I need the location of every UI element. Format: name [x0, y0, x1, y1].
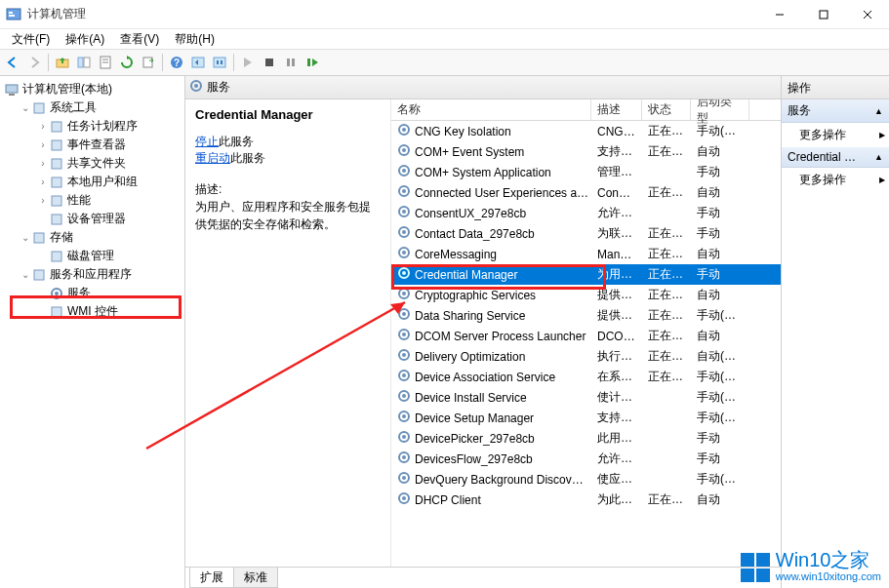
svg-rect-30	[52, 177, 61, 187]
tree-root[interactable]: 计算机管理(本地)	[2, 80, 182, 98]
action-section-header[interactable]: Credential …▲	[782, 147, 889, 168]
help-button[interactable]: ?	[166, 52, 187, 73]
action-button-b[interactable]	[209, 52, 230, 73]
tree-item-icon	[49, 304, 64, 320]
svg-rect-22	[292, 59, 295, 66]
service-row[interactable]: DevicesFlow_297e8cb允许…手动	[391, 449, 781, 469]
tree-panel[interactable]: 计算机管理(本地) ⌄系统工具›任务计划程序›事件查看器›共享文件夹›本地用户和…	[0, 76, 185, 588]
close-button[interactable]	[845, 0, 889, 28]
svg-rect-21	[287, 59, 290, 66]
computer-icon	[4, 82, 20, 98]
service-row[interactable]: Connected User Experiences a…Con…正在…自动	[391, 182, 781, 203]
toolbar: ?	[0, 49, 889, 76]
service-row[interactable]: DevQuery Background Discov…使应…手动(触发	[391, 469, 781, 490]
menu-file[interactable]: 文件(F)	[4, 29, 58, 50]
service-row[interactable]: DevicePicker_297e8cb此用…手动	[391, 428, 781, 449]
back-button[interactable]	[2, 52, 23, 73]
desc-label: 描述:	[195, 180, 381, 198]
service-row[interactable]: Device Association Service在系…正在…手动(触发	[391, 367, 781, 387]
tab-extended[interactable]: 扩展	[189, 568, 234, 588]
svg-point-64	[402, 353, 406, 357]
tree-item[interactable]: ›本地用户和组	[2, 173, 182, 191]
forward-button[interactable]	[23, 52, 45, 73]
tree-item-icon	[49, 249, 64, 264]
restart-service-link[interactable]: 重启动	[195, 151, 230, 165]
svg-rect-1	[9, 12, 13, 14]
service-row[interactable]: COM+ Event System支持…正在…自动	[391, 141, 781, 162]
tree-item[interactable]: WMI 控件	[2, 302, 182, 321]
tab-standard[interactable]: 标准	[233, 568, 278, 588]
svg-rect-20	[265, 59, 273, 66]
detail-panel: Credential Manager 停止此服务 重启动此服务 描述: 为用户、…	[185, 99, 390, 567]
menu-view[interactable]: 查看(V)	[112, 29, 167, 50]
maximize-button[interactable]	[801, 0, 845, 28]
svg-rect-33	[34, 233, 44, 243]
actions-header: 操作	[782, 76, 889, 99]
service-row[interactable]: Cryptographic Services提供…正在…自动	[391, 285, 781, 305]
service-list[interactable]: 名称 描述 状态 启动类型 CNG Key IsolationCNG…正在…手动…	[390, 99, 781, 567]
stop-button[interactable]	[259, 52, 280, 73]
up-folder-button[interactable]	[52, 52, 73, 73]
svg-point-72	[402, 435, 406, 439]
pause-button[interactable]	[280, 52, 302, 73]
svg-point-56	[402, 271, 406, 275]
service-row[interactable]: COM+ System Application管理…手动	[391, 162, 781, 182]
menu-help[interactable]: 帮助(H)	[167, 29, 222, 50]
service-row[interactable]: Contact Data_297e8cb为联…正在…手动	[391, 223, 781, 244]
tree-item[interactable]: ⌄服务和应用程序	[2, 265, 182, 284]
col-name[interactable]: 名称	[391, 99, 591, 120]
action-button-a[interactable]	[187, 52, 209, 73]
tree-item[interactable]: ›事件查看器	[2, 136, 182, 154]
svg-rect-4	[820, 11, 828, 19]
action-item[interactable]: 更多操作▶	[782, 123, 889, 147]
gear-icon	[397, 389, 411, 406]
show-hide-button[interactable]	[73, 52, 95, 73]
tree-item-icon	[31, 230, 47, 246]
export-button[interactable]	[138, 52, 159, 73]
gear-icon	[397, 225, 411, 242]
svg-rect-0	[7, 9, 20, 20]
service-row[interactable]: CoreMessagingMan…正在…自动	[391, 244, 781, 264]
svg-point-48	[402, 189, 406, 193]
service-row[interactable]: Device Install Service使计…手动(触发	[391, 387, 781, 408]
minimize-button[interactable]	[757, 0, 801, 28]
service-row[interactable]: DCOM Server Process LauncherDCO…正在…自动	[391, 326, 781, 346]
service-row[interactable]: DHCP Client为此…正在…自动	[391, 490, 781, 510]
tree-item-icon	[49, 175, 64, 190]
tree-item[interactable]: ›任务计划程序	[2, 117, 182, 136]
gear-icon	[397, 430, 411, 447]
service-row[interactable]: Data Sharing Service提供…正在…手动(触发	[391, 305, 781, 326]
col-status[interactable]: 状态	[642, 99, 691, 120]
svg-text:?: ?	[174, 58, 180, 68]
col-start[interactable]: 启动类型	[691, 99, 749, 120]
properties-button[interactable]	[95, 52, 116, 73]
window-title: 计算机管理	[27, 6, 757, 22]
action-item[interactable]: 更多操作▶	[782, 168, 889, 192]
stop-service-link[interactable]: 停止	[195, 135, 219, 148]
service-row[interactable]: Credential Manager为用…正在…手动	[391, 264, 781, 285]
tree-item[interactable]: 磁盘管理	[2, 247, 182, 265]
service-row[interactable]: Delivery Optimization执行…正在…自动(延迟	[391, 346, 781, 367]
tree-item[interactable]: 服务	[2, 284, 182, 302]
refresh-button[interactable]	[116, 52, 138, 73]
gear-icon	[397, 123, 411, 139]
service-row[interactable]: Device Setup Manager支持…手动(触发	[391, 408, 781, 428]
tree-item[interactable]: ›性能	[2, 191, 182, 210]
svg-point-78	[402, 496, 406, 500]
svg-rect-27	[52, 122, 61, 132]
tree-item[interactable]: ⌄存储	[2, 228, 182, 247]
svg-rect-23	[307, 59, 310, 66]
tree-item-icon	[49, 286, 64, 301]
app-icon	[6, 7, 21, 22]
gear-icon	[397, 471, 411, 488]
tree-item[interactable]: ⌄系统工具	[2, 98, 182, 117]
restart-button[interactable]	[302, 52, 323, 73]
center-tabs: 扩展 标准	[185, 567, 781, 588]
menu-action[interactable]: 操作(A)	[58, 29, 112, 50]
tree-item[interactable]: ›共享文件夹	[2, 154, 182, 173]
col-desc[interactable]: 描述	[591, 99, 642, 120]
service-row[interactable]: ConsentUX_297e8cb允许…手动	[391, 203, 781, 223]
tree-item[interactable]: 设备管理器	[2, 210, 182, 228]
play-button[interactable]	[237, 52, 259, 73]
action-section-header[interactable]: 服务▲	[782, 99, 889, 123]
